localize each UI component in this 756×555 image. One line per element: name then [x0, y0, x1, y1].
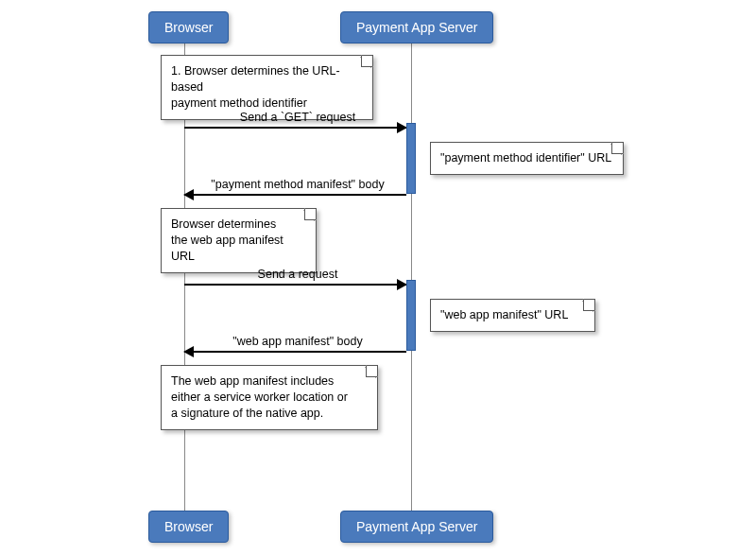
message-label-get-request: Send a `GET` request	[184, 111, 411, 124]
message-arrow-webapp-body	[184, 351, 406, 353]
participant-server-top: Payment App Server	[340, 11, 493, 43]
sequence-diagram: Browser Payment App Server 1. Browser de…	[0, 0, 756, 555]
lifeline-server	[411, 38, 412, 520]
note-text: The web app manifest includes either a s…	[171, 374, 348, 420]
message-arrow-get-request	[184, 127, 406, 129]
note-determine-webapp-url: Browser determines the web app manifest …	[161, 208, 317, 273]
note-text: 1. Browser determines the URL-based paym…	[171, 64, 340, 110]
participant-browser-bottom: Browser	[148, 511, 229, 543]
note-text: Browser determines the web app manifest …	[171, 217, 284, 263]
participant-browser-top: Browser	[148, 11, 229, 43]
participant-label: Browser	[164, 519, 213, 534]
participant-server-bottom: Payment App Server	[340, 511, 493, 543]
note-webapp-url: "web app manifest" URL	[430, 299, 595, 332]
note-text: "payment method identifier" URL	[440, 151, 611, 165]
note-identifier-url: "payment method identifier" URL	[430, 142, 624, 175]
message-label-webapp-body: "web app manifest" body	[184, 335, 411, 348]
message-label-manifest-body: "payment method manifest" body	[184, 178, 411, 191]
participant-label: Payment App Server	[356, 519, 477, 534]
note-text: "web app manifest" URL	[440, 308, 568, 321]
message-label-send-request: Send a request	[184, 268, 411, 281]
participant-label: Payment App Server	[356, 20, 477, 35]
message-arrow-send-request	[184, 284, 406, 286]
note-webapp-includes: The web app manifest includes either a s…	[161, 365, 378, 430]
participant-label: Browser	[164, 20, 213, 35]
message-arrow-manifest-body	[184, 194, 406, 196]
